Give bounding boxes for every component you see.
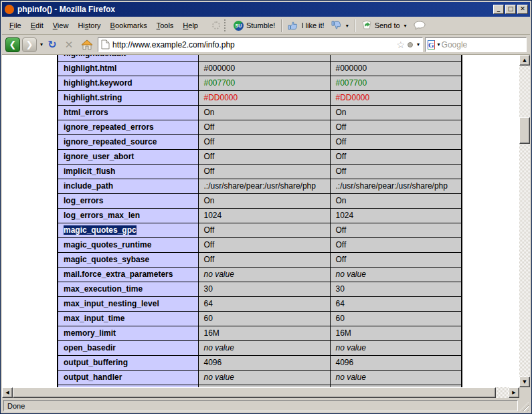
master-value-cell: Off — [330, 120, 462, 134]
table-row: mail.force_extra_parameters no value no … — [58, 267, 462, 282]
horizontal-scrollbar-row: ◀ ▶ — [2, 387, 530, 398]
vertical-scroll-track[interactable] — [519, 66, 530, 377]
title-bar: phpinfo() - Mozilla Firefox _ □ ✕ — [2, 2, 530, 17]
directive-name-cell: highlight.default — [58, 55, 198, 61]
browser-window: phpinfo() - Mozilla Firefox _ □ ✕ FileEd… — [0, 0, 532, 414]
maximize-button[interactable]: □ — [505, 5, 516, 14]
forward-button[interactable]: ❯ — [22, 37, 37, 52]
reload-button[interactable]: ↻ — [45, 37, 60, 52]
menu-tools[interactable]: Tools — [152, 19, 179, 32]
master-value-cell: no value — [330, 370, 462, 385]
minimize-button[interactable]: _ — [493, 5, 504, 14]
horizontal-scrollbar[interactable]: ◀ ▶ — [2, 387, 519, 398]
directive-name-cell: output_buffering — [58, 355, 198, 370]
status-text: Done — [3, 400, 518, 411]
table-row: max_execution_time 30 30 — [58, 282, 462, 296]
master-value-cell: #000000 — [330, 61, 462, 76]
table-row: highlight.html #000000 #000000 — [58, 61, 462, 76]
menu-file[interactable]: File — [5, 19, 26, 32]
horizontal-scroll-track[interactable] — [13, 387, 509, 398]
like-label: I like it! — [301, 21, 324, 29]
master-value-cell: 1024 — [330, 208, 462, 223]
stumble-label: Stumble! — [246, 21, 275, 29]
directive-name-cell: include_path — [58, 179, 198, 193]
page-icon — [101, 39, 110, 49]
table-row: ignore_repeated_errors Off Off — [58, 120, 462, 134]
url-input[interactable] — [112, 40, 393, 49]
table-row: highlight.keyword #007700 #007700 — [58, 76, 462, 90]
comment-bubble-button[interactable] — [410, 19, 429, 32]
table-row: ignore_repeated_source Off Off — [58, 134, 462, 149]
table-row: memory_limit 16M 16M — [58, 326, 462, 340]
menu-history[interactable]: History — [73, 19, 105, 32]
local-value-cell: no value — [198, 267, 330, 282]
like-button[interactable]: I like it! — [284, 19, 327, 32]
local-value-cell: #DD0000 — [198, 90, 330, 105]
directive-name-cell: ignore_repeated_errors — [58, 120, 198, 134]
send-to-label: Send to — [375, 21, 400, 29]
directive-name-cell: ignore_repeated_source — [58, 134, 198, 149]
search-input[interactable] — [442, 40, 532, 49]
local-value-cell: 1024 — [198, 208, 330, 223]
search-box[interactable]: G ▾ — [425, 37, 527, 52]
table-row: max_input_time 60 60 — [58, 311, 462, 326]
scroll-up-button[interactable]: ▲ — [519, 55, 530, 66]
table-row: highlight.default — [58, 55, 462, 61]
menu-edit[interactable]: Edit — [26, 19, 48, 32]
directive-name-cell: open_basedir — [58, 340, 198, 355]
stop-button[interactable]: ✕ — [62, 37, 76, 52]
menu-items: FileEditViewHistoryBookmarksToolsHelp — [5, 19, 203, 32]
directive-name-cell: max_input_time — [58, 311, 198, 326]
scroll-down-button[interactable]: ▼ — [519, 377, 530, 387]
history-dropdown-icon[interactable]: ▾ — [40, 41, 43, 47]
vertical-scroll-thumb[interactable] — [519, 117, 530, 144]
local-value-cell: no value — [198, 340, 330, 355]
master-value-cell: Off — [330, 134, 462, 149]
url-bar[interactable]: ☆ ▾ — [98, 37, 423, 52]
dislike-button[interactable]: ▾ — [328, 19, 352, 32]
local-value-cell: 60 — [198, 311, 330, 326]
browser-main: highlight.default highlight.html #000000… — [2, 55, 530, 387]
local-value-cell: Off — [198, 134, 330, 149]
menu-help[interactable]: Help — [178, 19, 203, 32]
local-value-cell: Off — [198, 164, 330, 179]
local-value-cell: no value — [198, 370, 330, 385]
toolbar-separator — [281, 19, 282, 32]
master-value-cell: 60 — [330, 311, 462, 326]
resize-grip-icon[interactable] — [519, 402, 529, 411]
local-value-cell: 4096 — [198, 355, 330, 370]
go-indicator-icon[interactable] — [408, 42, 413, 47]
table-row: include_path .:/usr/share/pear:/usr/shar… — [58, 179, 462, 193]
horizontal-scroll-thumb[interactable] — [13, 387, 496, 398]
directive-name-cell: output_handler — [58, 370, 198, 385]
scroll-left-button[interactable]: ◀ — [2, 387, 13, 398]
menu-bookmarks[interactable]: Bookmarks — [106, 19, 152, 32]
scroll-right-button[interactable]: ▶ — [509, 387, 519, 398]
close-button[interactable]: ✕ — [517, 5, 528, 14]
vertical-scrollbar[interactable]: ▲ ▼ — [519, 55, 530, 387]
toolbar-separator — [355, 19, 355, 32]
search-engine-dropdown-icon[interactable]: ▾ — [438, 41, 440, 47]
bookmark-star-icon[interactable]: ☆ — [396, 39, 405, 50]
firefox-icon — [4, 4, 15, 15]
home-button[interactable] — [80, 39, 94, 51]
directive-name-cell: magic_quotes_sybase — [58, 252, 198, 267]
stumble-button[interactable]: SU Stumble! — [230, 19, 278, 32]
scrollbar-corner — [519, 387, 530, 398]
local-value-cell: #000000 — [198, 61, 330, 76]
directive-name-cell: html_errors — [58, 105, 198, 120]
send-to-button[interactable]: Send to ▾ — [358, 19, 410, 32]
dislike-dropdown-icon[interactable]: ▾ — [346, 23, 349, 29]
table-row: log_errors_max_len 1024 1024 — [58, 208, 462, 223]
directive-name-cell: magic_quotes_gpc — [58, 223, 198, 237]
directive-name-cell: implicit_flush — [58, 164, 198, 179]
url-dropdown-icon[interactable]: ▾ — [417, 41, 420, 47]
local-value-cell: Off — [198, 120, 330, 134]
directive-name-cell: max_execution_time — [58, 282, 198, 296]
master-value-cell: no value — [330, 267, 462, 282]
toolbar-grip — [224, 19, 227, 31]
page-viewport: highlight.default highlight.html #000000… — [2, 55, 519, 387]
menu-view[interactable]: View — [48, 19, 74, 32]
table-row: highlight.string #DD0000 #DD0000 — [58, 90, 462, 105]
back-button[interactable]: ❮ — [5, 37, 20, 52]
